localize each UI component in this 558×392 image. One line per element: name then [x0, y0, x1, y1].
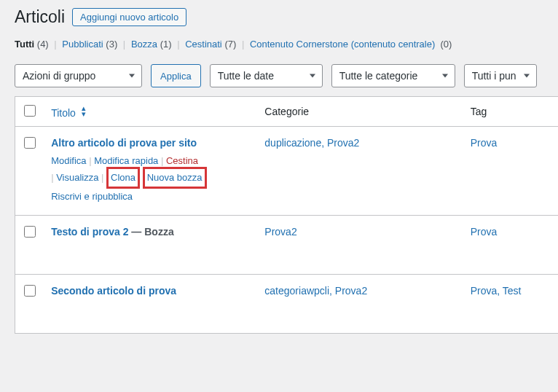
- filter-published[interactable]: Pubblicati: [62, 39, 103, 50]
- filter-cornerstone[interactable]: Contenuto Cornerstone (contenuto central…: [250, 39, 435, 50]
- filter-published-count: (3): [106, 39, 117, 50]
- dates-select[interactable]: Tutte le date: [210, 64, 323, 87]
- table-row: Secondo articolo di prova categoriawpcli…: [15, 275, 559, 334]
- tag-link[interactable]: Prova, Test: [471, 285, 522, 297]
- new-draft-link[interactable]: Nuova bozza: [147, 172, 203, 183]
- apply-button[interactable]: Applica: [151, 64, 201, 87]
- title-column-label: Titolo: [51, 107, 76, 119]
- title-column-header[interactable]: Titolo ▴▾: [44, 97, 257, 127]
- row-actions: Modifica | Modifica rapida | Cestina | V…: [51, 153, 250, 205]
- sort-icon: ▴▾: [82, 104, 86, 118]
- filter-all-count: (4): [37, 39, 49, 50]
- row-checkbox[interactable]: [24, 226, 36, 238]
- category-link[interactable]: duplicazione, Prova2: [264, 137, 359, 149]
- tag-link[interactable]: Prova: [471, 226, 498, 238]
- table-row: Testo di prova 2 — Bozza Prova2 Prova: [15, 216, 559, 275]
- post-state: — Bozza: [128, 226, 173, 238]
- tags-column-header: Tag: [463, 97, 558, 127]
- page-header: Articoli Aggiungi nuovo articolo: [15, 7, 558, 27]
- post-title-link[interactable]: Altro articolo di prova per sito: [51, 137, 197, 149]
- clone-link[interactable]: Clona: [111, 172, 135, 183]
- category-link[interactable]: Prova2: [264, 226, 296, 238]
- filter-draft[interactable]: Bozza: [131, 39, 157, 50]
- quick-edit-link[interactable]: Modifica rapida: [94, 155, 158, 166]
- row-checkbox[interactable]: [24, 285, 36, 297]
- filter-draft-count: (1): [160, 39, 172, 50]
- filter-trash[interactable]: Cestinati: [185, 39, 222, 50]
- categories-column-header: Categorie: [257, 97, 463, 127]
- trash-link[interactable]: Cestina: [166, 155, 198, 166]
- table-row: Altro articolo di prova per sito Modific…: [15, 127, 559, 216]
- seo-select[interactable]: Tutti i pun: [464, 64, 537, 87]
- filter-trash-count: (7): [224, 39, 236, 50]
- filter-all[interactable]: Tutti: [15, 39, 34, 50]
- rewrite-link[interactable]: Riscrivi e ripubblica: [51, 191, 133, 202]
- posts-table: Titolo ▴▾ Categorie Tag Altro articolo d…: [15, 96, 558, 334]
- tablenav: Azioni di gruppo Applica Tutte le date T…: [15, 64, 558, 87]
- tag-link[interactable]: Prova: [471, 137, 498, 149]
- select-all-checkbox[interactable]: [24, 105, 36, 117]
- filter-cornerstone-count: (0): [441, 39, 452, 50]
- select-all-header: [15, 97, 44, 127]
- add-new-button[interactable]: Aggiungi nuovo articolo: [72, 8, 186, 26]
- categories-select[interactable]: Tutte le categorie: [331, 64, 455, 87]
- row-checkbox[interactable]: [24, 137, 36, 149]
- post-title-link[interactable]: Secondo articolo di prova: [51, 285, 176, 297]
- post-title-link[interactable]: Testo di prova 2: [51, 226, 128, 238]
- bulk-actions-select[interactable]: Azioni di gruppo: [15, 64, 142, 87]
- category-link[interactable]: categoriawpcli, Prova2: [264, 285, 367, 297]
- page-title: Articoli: [15, 7, 65, 27]
- filter-links: Tutti (4) | Pubblicati (3) | Bozza (1) |…: [15, 39, 558, 50]
- view-link[interactable]: Visualizza: [56, 172, 98, 183]
- edit-link[interactable]: Modifica: [51, 155, 86, 166]
